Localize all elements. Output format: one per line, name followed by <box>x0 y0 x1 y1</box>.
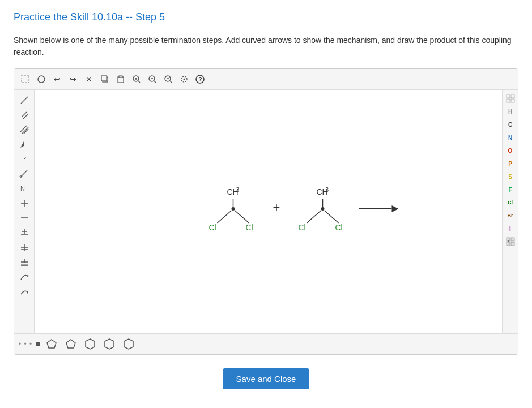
svg-text:↙: ↙ <box>508 239 510 242</box>
arrow-tool[interactable] <box>16 167 32 181</box>
template-hexagon2[interactable] <box>101 337 117 351</box>
add-tool[interactable] <box>16 196 32 210</box>
svg-line-15 <box>170 81 172 83</box>
delete-tool[interactable]: ✕ <box>82 72 96 86</box>
svg-line-20 <box>21 97 28 104</box>
canvas-area[interactable]: CH 3 Cl Cl + <box>35 90 502 333</box>
svg-rect-68 <box>511 99 514 102</box>
template-pentagon[interactable] <box>44 337 59 351</box>
chain-tool[interactable] <box>16 255 32 269</box>
double-bond-tool[interactable] <box>16 108 32 122</box>
rotate-tool[interactable] <box>177 72 191 86</box>
toolbar-top: ↩ ↪ ✕ ? <box>14 69 518 90</box>
svg-text:Cl: Cl <box>335 223 343 232</box>
periodic-table-button[interactable]: ↙ <box>503 235 518 248</box>
svg-rect-3 <box>101 76 107 81</box>
drawing-body: N <box>14 90 518 333</box>
charge-plus-tool[interactable] <box>16 226 32 239</box>
save-close-button[interactable]: Save and Close <box>223 368 310 389</box>
drawing-area-wrapper: ↩ ↪ ✕ ? <box>14 68 518 355</box>
svg-marker-44 <box>27 275 29 277</box>
curved-arrow-tool[interactable] <box>16 270 32 284</box>
svg-marker-77 <box>105 339 114 349</box>
expand-tool[interactable] <box>16 240 32 254</box>
svg-text:Cl: Cl <box>209 223 216 232</box>
template-hexagon3[interactable] <box>121 337 137 351</box>
template-hexagon[interactable] <box>82 337 98 351</box>
svg-marker-78 <box>124 339 133 349</box>
select-tool[interactable] <box>19 72 32 86</box>
svg-line-27 <box>21 156 28 162</box>
svg-rect-70 <box>511 238 514 241</box>
svg-marker-75 <box>66 340 75 348</box>
wavy-tool[interactable]: N <box>16 182 32 195</box>
svg-rect-5 <box>119 76 122 78</box>
svg-marker-74 <box>47 340 56 348</box>
svg-point-1 <box>38 76 45 83</box>
copy-tool[interactable] <box>98 72 112 86</box>
svg-line-61 <box>325 211 339 223</box>
svg-text:N: N <box>20 185 25 192</box>
pencil-tool[interactable] <box>35 72 48 86</box>
svg-line-12 <box>154 81 156 83</box>
svg-text:3: 3 <box>326 187 329 193</box>
single-bond-tool[interactable] <box>16 93 32 107</box>
svg-text:3: 3 <box>236 187 240 193</box>
svg-rect-72 <box>511 242 514 246</box>
element-n[interactable]: N <box>503 131 518 144</box>
element-s[interactable]: S <box>503 170 518 183</box>
svg-point-17 <box>184 79 185 80</box>
svg-line-23 <box>20 126 27 132</box>
bottom-toolbar: • • • <box>14 333 518 354</box>
svg-rect-66 <box>511 95 514 98</box>
svg-rect-71 <box>507 242 510 246</box>
zoom-fit-tool[interactable] <box>146 72 159 86</box>
svg-line-59 <box>307 211 321 223</box>
svg-marker-76 <box>86 339 95 349</box>
minus-tool[interactable] <box>16 211 32 225</box>
element-cl[interactable]: Cl <box>503 196 518 209</box>
svg-line-9 <box>138 81 140 83</box>
svg-rect-67 <box>507 99 510 102</box>
svg-rect-0 <box>22 75 29 83</box>
svg-marker-26 <box>20 141 24 148</box>
dot-indicator <box>36 342 40 346</box>
element-p[interactable]: P <box>503 157 518 170</box>
element-f[interactable]: F <box>503 183 518 196</box>
svg-text:+: + <box>273 200 280 214</box>
element-h[interactable]: H <box>503 105 518 118</box>
element-o[interactable]: O <box>503 144 518 157</box>
dash-tool[interactable] <box>16 152 32 166</box>
toolbar-left: N <box>14 90 35 333</box>
svg-line-50 <box>218 211 232 223</box>
undo-tool[interactable]: ↩ <box>50 72 64 86</box>
svg-rect-65 <box>507 95 510 98</box>
redo-tool[interactable]: ↪ <box>66 72 80 86</box>
page-title: Practice the Skill 10.10a -- Step 5 <box>14 11 518 23</box>
element-i[interactable]: I <box>503 222 518 235</box>
svg-line-28 <box>20 170 27 177</box>
svg-text:Cl: Cl <box>246 223 253 232</box>
triple-bond-tool[interactable] <box>16 123 32 136</box>
zoom-out-tool[interactable] <box>161 72 175 86</box>
element-br[interactable]: Br <box>503 209 518 222</box>
instruction-text: Shown below is one of the many possible … <box>14 35 518 58</box>
zoom-in-tool[interactable] <box>130 72 143 86</box>
toolbar-right: H C N O P S F Cl Br I ↙ <box>502 90 518 333</box>
help-button[interactable]: ? <box>193 72 207 86</box>
template-pentagon2[interactable] <box>63 337 79 351</box>
grid-icon[interactable] <box>503 92 518 105</box>
svg-line-52 <box>235 211 249 223</box>
svg-text:?: ? <box>199 76 202 83</box>
wedge-tool[interactable] <box>16 138 32 151</box>
element-c[interactable]: C <box>503 118 518 131</box>
svg-text:Cl: Cl <box>299 223 306 232</box>
more-options[interactable]: • • • <box>19 340 32 348</box>
save-close-container: Save and Close <box>14 368 518 389</box>
page-container: Practice the Skill 10.10a -- Step 5 Show… <box>0 0 532 408</box>
paste-tool[interactable] <box>114 72 127 86</box>
electron-arrow-tool[interactable] <box>16 285 32 298</box>
svg-marker-64 <box>392 205 399 212</box>
